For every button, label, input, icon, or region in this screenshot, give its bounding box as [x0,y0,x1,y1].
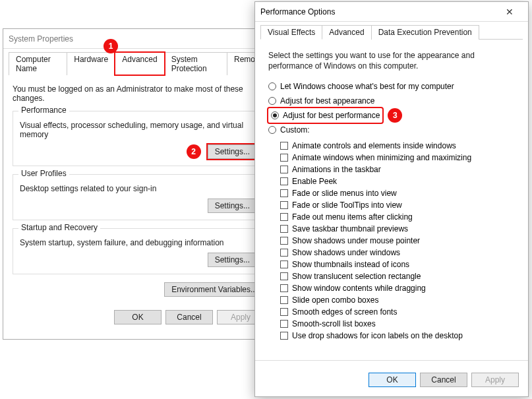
check-label: Show window contents while dragging [292,284,426,293]
radio-best-performance[interactable]: Adjust for best performance [268,108,382,123]
annotation-marker-2: 2 [187,144,201,159]
check-option[interactable]: Show shadows under windows [280,247,515,259]
check-option[interactable]: Fade or slide ToolTips into view [280,199,515,211]
tab-dep[interactable]: Data Execution Prevention [371,25,479,40]
check-label: Show translucent selection rectangle [292,272,421,281]
apply-button[interactable]: Apply [471,373,519,387]
startup-recovery-group: Startup and Recovery System startup, sys… [13,228,264,274]
tab-visual-effects[interactable]: Visual Effects [260,25,322,40]
radio-label: Adjust for best performance [283,111,380,120]
check-option[interactable]: Show window contents while dragging [280,282,515,294]
check-option[interactable]: Fade or slide menus into view [280,187,515,199]
checkbox-icon [280,189,288,197]
titlebar: System Properties [3,29,274,49]
check-option[interactable]: Use drop shadows for icon labels on the … [280,330,515,342]
check-option[interactable]: Show thumbnails instead of icons [280,259,515,270]
check-label: Fade or slide ToolTips into view [292,200,402,210]
tab-hardware[interactable]: Hardware [67,52,115,75]
performance-options-dialog: Performance Options ✕ Visual Effects Adv… [254,1,529,397]
radio-label: Custom: [280,125,310,135]
cancel-button[interactable]: Cancel [165,310,213,324]
tab-advanced[interactable]: Advanced [115,52,164,75]
checkbox-icon [280,201,288,209]
annotation-marker-3: 3 [388,108,402,123]
check-label: Smooth edges of screen fonts [292,307,397,317]
checkbox-icon [280,225,288,233]
check-label: Enable Peek [292,177,337,186]
checkbox-icon [280,213,288,221]
checkbox-icon [280,296,288,304]
performance-group: Performance Visual effects, processor sc… [13,111,264,166]
check-option[interactable]: Enable Peek [280,175,515,187]
group-desc: Desktop settings related to your sign-in [20,184,257,193]
checkbox-icon [280,142,288,150]
tab-computer-name[interactable]: Computer Name [9,52,67,75]
checkbox-icon [280,332,288,340]
annotation-marker-1: 1 [103,39,118,53]
check-label: Fade or slide menus into view [292,189,397,198]
radio-icon [268,97,276,105]
startup-settings-button[interactable]: Settings... [208,253,257,267]
dialog-button-row: OK Cancel Apply [3,303,274,334]
tab-strip: Computer Name Hardware Advanced System P… [9,51,268,75]
check-option[interactable]: Animate windows when minimizing and maxi… [280,152,515,164]
tab-content: You must be logged on as an Administrato… [3,75,274,303]
tab-system-protection[interactable]: System Protection [164,52,227,75]
radio-icon [268,126,276,134]
radio-icon [268,82,276,90]
radio-windows-choose[interactable]: Let Windows choose what's best for my co… [268,79,515,94]
check-option[interactable]: Show shadows under mouse pointer [280,235,515,247]
check-label: Slide open combo boxes [292,295,378,305]
check-label: Animate controls and elements inside win… [292,141,456,150]
check-label: Fade out menu items after clicking [292,212,413,222]
checkbox-icon [280,261,288,268]
check-option[interactable]: Show translucent selection rectangle [280,270,515,282]
ok-button[interactable]: OK [114,310,162,324]
checkbox-icon [280,284,288,292]
radio-best-appearance[interactable]: Adjust for best appearance [268,94,515,108]
cancel-button[interactable]: Cancel [420,373,467,387]
check-option[interactable]: Fade out menu items after clicking [280,211,515,223]
user-profiles-group: User Profiles Desktop settings related t… [13,174,264,220]
check-label: Show thumbnails instead of icons [292,260,409,269]
check-option[interactable]: Slide open combo boxes [280,294,515,306]
tab-content: Select the settings you want to use for … [255,40,528,350]
group-label: Startup and Recovery [18,223,100,232]
environment-variables-button[interactable]: Environment Variables... [164,282,264,297]
check-label: Save taskbar thumbnail previews [292,224,408,233]
check-option[interactable]: Smooth-scroll list boxes [280,318,515,330]
titlebar: Performance Options ✕ [255,2,528,22]
checkbox-icon [280,320,288,328]
close-button[interactable]: ✕ [496,3,523,21]
group-label: Performance [18,106,69,115]
check-label: Show shadows under windows [292,248,400,257]
checkbox-icon [280,177,288,185]
check-label: Use drop shadows for icon labels on the … [292,331,463,340]
group-desc: System startup, system failure, and debu… [20,238,257,247]
check-label: Animations in the taskbar [292,165,381,174]
check-option[interactable]: Animations in the taskbar [280,164,515,175]
user-profiles-settings-button[interactable]: Settings... [208,199,257,213]
checkbox-icon [280,249,288,257]
check-option[interactable]: Save taskbar thumbnail previews [280,223,515,235]
group-label: User Profiles [18,169,69,178]
window-title: Performance Options [260,7,496,16]
window-title: System Properties [9,34,268,44]
checkbox-icon [280,237,288,245]
performance-settings-button[interactable]: Settings... [208,144,257,159]
ok-button[interactable]: OK [369,373,416,387]
check-label: Smooth-scroll list boxes [292,319,376,328]
tab-advanced[interactable]: Advanced [322,25,371,40]
group-desc: Visual effects, processor scheduling, me… [20,121,257,139]
visual-effects-checklist: Animate controls and elements inside win… [268,140,515,342]
check-option[interactable]: Smooth edges of screen fonts [280,306,515,318]
radio-custom[interactable]: Custom: [268,123,515,137]
admin-notice: You must be logged on as an Administrato… [13,84,264,103]
tab-strip: Visual Effects Advanced Data Execution P… [260,24,523,40]
check-label: Show shadows under mouse pointer [292,236,420,245]
check-option[interactable]: Animate controls and elements inside win… [280,140,515,152]
radio-icon [271,111,279,119]
checkbox-icon [280,308,288,316]
checkbox-icon [280,154,288,162]
radio-label: Adjust for best appearance [280,96,374,106]
